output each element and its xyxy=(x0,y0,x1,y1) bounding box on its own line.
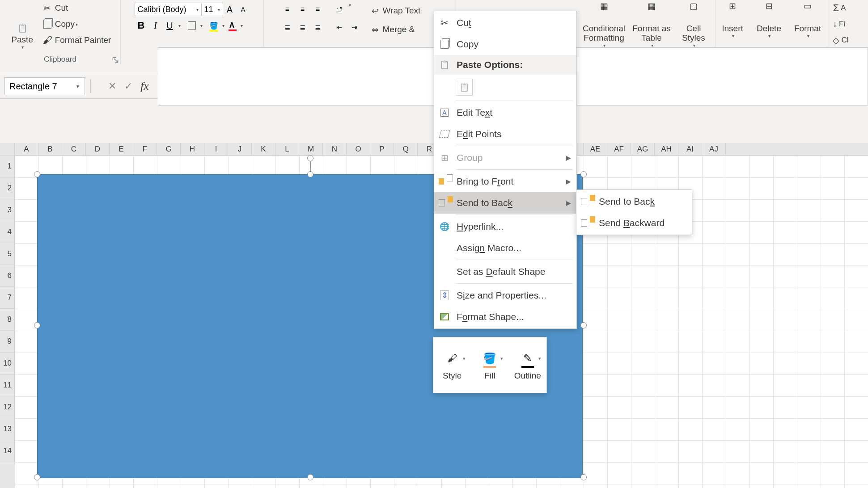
format-cells-button[interactable]: ▭ Format▾ xyxy=(789,0,827,51)
cancel-formula-button[interactable]: ✕ xyxy=(108,80,116,92)
resize-handle-e[interactable] xyxy=(580,322,587,328)
sub-send-backward[interactable]: Send Backward xyxy=(576,212,692,234)
increase-indent-button[interactable]: ⇥ xyxy=(348,21,361,34)
fx-button[interactable]: fx xyxy=(140,80,149,93)
merge-center-button[interactable]: ⇔Merge & xyxy=(368,21,439,38)
ctx-format-shape[interactable]: Format Shape... xyxy=(434,306,576,328)
resize-handle-w[interactable] xyxy=(34,322,40,328)
italic-button[interactable]: I xyxy=(149,19,162,32)
decrease-indent-button[interactable]: ⇤ xyxy=(333,21,346,34)
align-top-button[interactable]: ≡ xyxy=(281,3,294,16)
row-header[interactable]: 2 xyxy=(0,177,15,199)
cell-styles-button[interactable]: ▢ Cell Styles▾ xyxy=(676,0,711,51)
row-header[interactable]: 13 xyxy=(0,418,15,440)
orientation-button[interactable]: ⭯ xyxy=(333,3,346,16)
ctx-hyperlink[interactable]: Hyperlink... xyxy=(434,216,576,237)
column-header[interactable]: F xyxy=(133,143,157,155)
column-header[interactable]: I xyxy=(204,143,228,155)
mini-style-button[interactable]: ▾ Style xyxy=(433,337,471,393)
column-header[interactable]: D xyxy=(86,143,110,155)
column-header[interactable]: A xyxy=(15,143,38,155)
row-header[interactable]: 9 xyxy=(0,331,15,353)
rotate-handle[interactable] xyxy=(307,155,313,161)
copy-button[interactable]: Copy▾ xyxy=(40,16,114,32)
column-header[interactable]: AF xyxy=(607,143,631,155)
mini-outline-button[interactable]: ▾ Outline xyxy=(509,337,546,393)
format-painter-button[interactable]: Format Painter xyxy=(40,32,114,48)
column-header[interactable]: AI xyxy=(678,143,702,155)
cut-button[interactable]: Cut xyxy=(40,0,114,16)
delete-cells-button[interactable]: ⊟ Delete▾ xyxy=(751,0,787,51)
align-center-button[interactable]: ≣ xyxy=(296,21,309,34)
decrease-font-button[interactable]: A xyxy=(237,3,250,16)
paste-button[interactable]: Paste ▾ xyxy=(7,0,38,51)
ctx-send-to-back[interactable]: Send to Back▶ xyxy=(434,192,576,214)
align-right-button[interactable]: ≣ xyxy=(311,21,325,34)
ctx-edit-text[interactable]: Edit Text xyxy=(434,102,576,123)
column-header[interactable]: L xyxy=(275,143,299,155)
column-header[interactable]: K xyxy=(252,143,275,155)
font-size-combo[interactable]: 11▾ xyxy=(202,3,223,16)
ctx-edit-points[interactable]: Edit Points xyxy=(434,123,576,145)
underline-button[interactable]: U xyxy=(163,19,177,32)
row-header[interactable]: 6 xyxy=(0,265,15,287)
confirm-formula-button[interactable]: ✓ xyxy=(124,80,132,92)
row-header[interactable]: 4 xyxy=(0,221,15,243)
increase-font-button[interactable]: A xyxy=(223,3,237,16)
row-header[interactable]: 11 xyxy=(0,374,15,396)
name-box[interactable]: Rectangle 7 ▼ xyxy=(4,77,85,95)
row-header[interactable]: 14 xyxy=(0,440,15,462)
row-header[interactable]: 7 xyxy=(0,287,15,309)
paste-option-keep-source[interactable] xyxy=(456,79,473,96)
fill-color-button[interactable]: 🪣 xyxy=(207,19,220,32)
row-header[interactable]: 8 xyxy=(0,309,15,331)
resize-handle-nw[interactable] xyxy=(34,171,40,177)
column-header[interactable]: AH xyxy=(655,143,678,155)
resize-handle-n[interactable] xyxy=(307,171,313,177)
column-header[interactable]: M xyxy=(299,143,323,155)
font-color-button[interactable]: A xyxy=(225,19,239,32)
sub-send-to-back[interactable]: Send to Back xyxy=(576,191,692,212)
column-header[interactable]: B xyxy=(38,143,62,155)
row-header[interactable]: 5 xyxy=(0,243,15,265)
row-header[interactable]: 12 xyxy=(0,396,15,418)
column-header[interactable]: E xyxy=(110,143,133,155)
ctx-set-default-shape[interactable]: Set as Default Shape xyxy=(434,261,576,282)
fill-button[interactable]: ↓ Fi xyxy=(830,16,848,32)
resize-handle-ne[interactable] xyxy=(580,171,587,177)
row-header[interactable]: 10 xyxy=(0,353,15,374)
align-left-button[interactable]: ≣ xyxy=(281,21,294,34)
row-header[interactable]: 1 xyxy=(0,156,15,177)
row-header[interactable]: 3 xyxy=(0,199,15,221)
column-header[interactable]: G xyxy=(157,143,181,155)
ctx-cut[interactable]: Cut xyxy=(434,12,576,34)
column-header[interactable]: Q xyxy=(394,143,418,155)
column-header[interactable]: C xyxy=(62,143,86,155)
format-as-table-button[interactable]: ▦ Format as Table▾ xyxy=(629,0,674,51)
ctx-bring-to-front[interactable]: Bring to Front▶ xyxy=(434,171,576,192)
column-header[interactable]: H xyxy=(181,143,204,155)
wrap-text-button[interactable]: ↩Wrap Text xyxy=(368,3,439,19)
column-header[interactable]: P xyxy=(370,143,394,155)
font-name-combo[interactable]: Calibri (Body)▾ xyxy=(135,3,202,16)
dialog-launcher-icon[interactable] xyxy=(112,57,119,63)
bold-button[interactable]: B xyxy=(135,19,148,32)
resize-handle-s[interactable] xyxy=(307,474,313,480)
select-all-corner[interactable] xyxy=(0,143,15,155)
resize-handle-sw[interactable] xyxy=(34,474,40,480)
column-header[interactable]: N xyxy=(323,143,347,155)
border-button[interactable] xyxy=(185,19,199,32)
align-middle-button[interactable]: ≡ xyxy=(296,3,309,16)
column-header[interactable]: AE xyxy=(584,143,607,155)
column-header[interactable]: O xyxy=(347,143,370,155)
column-header[interactable]: AG xyxy=(631,143,655,155)
insert-cells-button[interactable]: ⊞ Insert▾ xyxy=(716,0,749,51)
column-header[interactable]: J xyxy=(228,143,252,155)
ctx-size-properties[interactable]: Size and Properties... xyxy=(434,285,576,306)
autosum-button[interactable]: Σ A xyxy=(830,0,848,16)
conditional-formatting-button[interactable]: ▦ Conditional Formatting▾ xyxy=(580,0,627,51)
ctx-assign-macro[interactable]: Assign Macro... xyxy=(434,237,576,259)
chevron-down-icon[interactable]: ▼ xyxy=(76,84,80,89)
column-header[interactable]: AJ xyxy=(702,143,726,155)
align-bottom-button[interactable]: ≡ xyxy=(311,3,325,16)
